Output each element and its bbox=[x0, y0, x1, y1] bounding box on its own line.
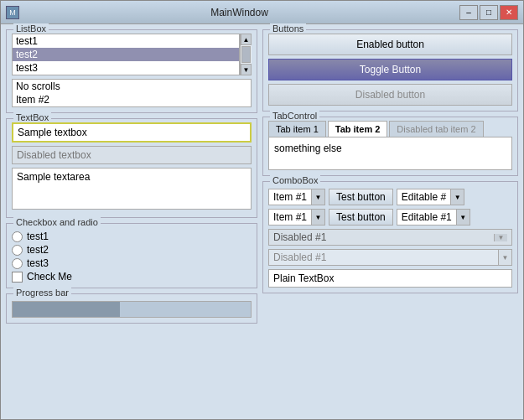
scroll-thumb[interactable] bbox=[241, 46, 251, 63]
window-icon: M bbox=[6, 6, 19, 19]
titlebar: M MainWindow – □ ✕ bbox=[1, 1, 523, 24]
plain-textbox[interactable] bbox=[268, 269, 512, 288]
combo-2-arrow[interactable]: ▼ bbox=[450, 189, 464, 205]
combo-2-row1[interactable]: Editable # ▼ bbox=[397, 189, 464, 205]
radio-label: test2 bbox=[27, 244, 49, 256]
combobox-label: ComboBox bbox=[270, 175, 320, 185]
combobox-group: ComboBox Item #1 ▼ Test button Editable … bbox=[262, 181, 518, 293]
combobox-row-2: Item #1 ▼ Test button Editable #1 ▼ bbox=[268, 209, 512, 226]
disabled-combo-arrow: ▼ bbox=[498, 250, 511, 265]
buttons-label: Buttons bbox=[270, 23, 306, 34]
combo-1-value-r2: Item #1 bbox=[269, 210, 311, 225]
disabled-textbox bbox=[12, 146, 252, 164]
minimize-button[interactable]: – bbox=[459, 5, 478, 20]
progress-bar-inner bbox=[13, 302, 120, 317]
combobox-test-button-2[interactable]: Test button bbox=[329, 209, 393, 226]
tab-item-2[interactable]: Tab item 2 bbox=[328, 121, 388, 137]
listbox-group: ListBox test1 test2 test3 ▲ bbox=[6, 29, 257, 113]
list-item[interactable]: test3 bbox=[13, 61, 239, 75]
combo-1-row2[interactable]: Item #1 ▼ bbox=[268, 209, 325, 226]
combo-2-arrow-r2[interactable]: ▼ bbox=[456, 210, 470, 225]
close-button[interactable]: ✕ bbox=[500, 5, 518, 20]
listbox-scrollable[interactable]: test1 test2 test3 bbox=[12, 34, 240, 75]
progress-bar-outer bbox=[12, 301, 252, 318]
titlebar-controls: – □ ✕ bbox=[459, 5, 518, 20]
check-label: Check Me bbox=[27, 271, 72, 283]
disabled-combo-label-arrow: ▼ bbox=[494, 234, 507, 241]
combo-2-value[interactable]: Editable # bbox=[397, 189, 450, 205]
enabled-button[interactable]: Enabled button bbox=[268, 34, 512, 55]
combobox-row-1: Item #1 ▼ Test button Editable # ▼ bbox=[268, 189, 512, 205]
tab-item-3-disabled: Disabled tab item 2 bbox=[389, 121, 483, 137]
toggle-button[interactable]: Toggle Button bbox=[268, 59, 512, 80]
listbox-noscroll[interactable]: No scrolls Item #2 bbox=[12, 79, 252, 107]
list-item[interactable]: test1 bbox=[13, 34, 239, 48]
combo-1-arrow[interactable]: ▼ bbox=[311, 189, 324, 205]
buttons-group: Buttons Enabled button Toggle Button Dis… bbox=[262, 29, 518, 111]
combo-2-value-r2[interactable]: Editable #1 bbox=[397, 210, 456, 225]
content-area: ListBox test1 test2 test3 ▲ bbox=[1, 24, 523, 419]
textbox-label: TextBox bbox=[13, 112, 51, 122]
tab-content: something else bbox=[268, 137, 512, 170]
window-title: MainWindow bbox=[19, 7, 459, 18]
left-column: ListBox test1 test2 test3 ▲ bbox=[6, 29, 257, 414]
combo-1-row1[interactable]: Item #1 ▼ bbox=[268, 189, 325, 205]
disabled-combo-value: Disabled #1 bbox=[269, 250, 498, 265]
listbox-top: test1 test2 test3 ▲ ▼ bbox=[12, 34, 252, 75]
sample-textbox[interactable] bbox=[12, 122, 252, 143]
combobox-test-button-1[interactable]: Test button bbox=[329, 189, 393, 205]
disabled-combo: Disabled #1 ▼ bbox=[268, 249, 512, 266]
tab-content-text: something else bbox=[274, 143, 342, 154]
listbox-scrollbar[interactable]: ▲ ▼ bbox=[240, 34, 252, 75]
disabled-combo-section: Disabled #1 ▼ Disabled #1 ▼ bbox=[268, 229, 512, 288]
radio-item-test2[interactable]: test2 bbox=[12, 244, 252, 256]
radio-circle[interactable] bbox=[12, 258, 23, 269]
check-square[interactable] bbox=[12, 272, 23, 283]
list-item[interactable]: No scrolls bbox=[13, 80, 251, 93]
right-column: Buttons Enabled button Toggle Button Dis… bbox=[262, 29, 518, 414]
tab-bar: Tab item 1 Tab item 2 Disabled tab item … bbox=[268, 121, 512, 137]
checkbox-radio-label: Checkbox and radio bbox=[13, 217, 101, 227]
radio-items: test1 test2 test3 Check Me bbox=[12, 227, 252, 283]
combo-2-row2[interactable]: Editable #1 ▼ bbox=[397, 209, 470, 226]
list-item[interactable]: Item #2 bbox=[13, 93, 251, 106]
list-item[interactable]: test2 bbox=[13, 48, 239, 61]
main-window: M MainWindow – □ ✕ ListBox test1 test2 t… bbox=[0, 0, 524, 420]
disabled-button: Disabled button bbox=[268, 84, 512, 106]
scroll-track[interactable] bbox=[241, 45, 252, 64]
combo-1-arrow-r2[interactable]: ▼ bbox=[311, 210, 324, 225]
checkbox-radio-group: Checkbox and radio test1 test2 test3 bbox=[6, 223, 257, 288]
tab-control-label: TabControl bbox=[270, 111, 319, 121]
sample-textarea[interactable]: Sample textarea bbox=[12, 168, 252, 210]
listbox-items: test1 test2 test3 bbox=[12, 34, 240, 75]
progress-bar-group: Progress bar bbox=[6, 293, 257, 324]
scroll-up-arrow[interactable]: ▲ bbox=[241, 34, 252, 45]
tab-item-1[interactable]: Tab item 1 bbox=[268, 121, 326, 137]
restore-button[interactable]: □ bbox=[480, 5, 498, 20]
listbox-label: ListBox bbox=[13, 23, 49, 34]
tab-control-group: TabControl Tab item 1 Tab item 2 Disable… bbox=[262, 117, 518, 176]
progress-bar-label: Progress bar bbox=[13, 288, 71, 298]
radio-item-test3[interactable]: test3 bbox=[12, 257, 252, 269]
radio-item-test1[interactable]: test1 bbox=[12, 231, 252, 242]
radio-circle[interactable] bbox=[12, 245, 23, 256]
radio-circle[interactable] bbox=[12, 231, 23, 242]
radio-label: test3 bbox=[27, 257, 49, 269]
combo-1-value: Item #1 bbox=[269, 189, 311, 205]
checkbox-item[interactable]: Check Me bbox=[12, 271, 252, 283]
radio-label: test1 bbox=[27, 231, 49, 242]
textbox-group: TextBox Sample textarea bbox=[6, 118, 257, 218]
disabled-combo-label-combo: Disabled #1 ▼ bbox=[268, 229, 512, 246]
scroll-down-arrow[interactable]: ▼ bbox=[241, 64, 252, 75]
disabled-combo-label-text: Disabled #1 bbox=[273, 231, 326, 243]
